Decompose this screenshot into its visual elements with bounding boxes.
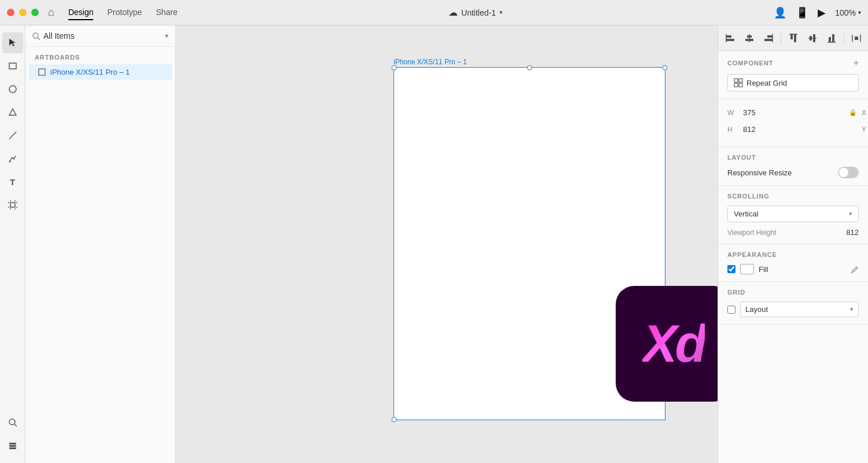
align-left-icon[interactable] <box>722 30 738 46</box>
svg-line-57 <box>851 272 852 273</box>
chevron-down-icon[interactable]: ▾ <box>499 9 503 16</box>
artboard-tool[interactable] <box>2 194 23 215</box>
scrolling-direction-value: Vertical <box>734 210 759 218</box>
left-toolbar: T <box>0 25 25 463</box>
x-label: X <box>862 109 868 117</box>
handle-bottom-left[interactable] <box>392 417 397 422</box>
layout-header: LAYOUT <box>727 154 859 161</box>
search-bar: ▾ <box>25 25 175 47</box>
scrolling-header: SCROLLING <box>727 193 859 200</box>
tab-design[interactable]: Design <box>68 5 94 20</box>
align-middle-v-icon[interactable] <box>804 30 821 46</box>
svg-rect-1 <box>9 63 16 69</box>
fill-checkbox[interactable] <box>727 265 735 273</box>
traffic-lights <box>7 9 39 16</box>
user-icon[interactable]: 👤 <box>774 6 786 19</box>
svg-marker-0 <box>9 39 16 46</box>
svg-rect-38 <box>829 37 831 42</box>
align-center-h-icon[interactable] <box>741 30 757 46</box>
viewport-height-row: Viewport Height 812 <box>727 228 859 237</box>
svg-rect-22 <box>39 69 45 75</box>
handle-top-center[interactable] <box>527 65 532 71</box>
responsive-resize-toggle[interactable] <box>838 167 859 178</box>
responsive-resize-row: Responsive Resize <box>727 167 859 178</box>
scrolling-section: SCROLLING Vertical ▾ Viewport Height 812 <box>718 186 868 244</box>
tab-prototype[interactable]: Prototype <box>107 5 142 20</box>
handle-top-left[interactable] <box>392 65 397 71</box>
canvas-area[interactable]: iPhone X/XS/11 Pro – 1 Xd <box>176 25 718 463</box>
maximize-button[interactable] <box>31 9 39 16</box>
document-title: Untitled-1 <box>461 8 496 17</box>
dimensions-section: W 🔒 X H 🔒 Y <box>718 99 868 147</box>
align-right-icon[interactable] <box>760 30 777 46</box>
close-button[interactable] <box>7 9 14 16</box>
repeat-grid-button[interactable]: Repeat Grid <box>727 74 859 91</box>
eyedropper-icon[interactable] <box>851 264 859 274</box>
scrolling-direction-select[interactable]: Vertical ▾ <box>727 205 859 222</box>
y-label: Y <box>862 126 868 134</box>
main-layout: T ▾ ARTBOARDS iPhone X/XS/11 Pro – 1 iPh… <box>0 25 868 463</box>
height-input[interactable] <box>739 123 844 136</box>
component-add-button[interactable]: + <box>854 58 859 68</box>
text-tool[interactable]: T <box>2 171 23 192</box>
component-header: COMPONENT + <box>727 58 859 68</box>
svg-rect-23 <box>726 35 731 38</box>
tab-share[interactable]: Share <box>156 5 177 20</box>
document-title-area: ☁ Untitled-1 ▾ <box>178 7 774 18</box>
svg-rect-6 <box>10 203 15 207</box>
pen-tool[interactable] <box>2 148 23 169</box>
svg-point-2 <box>9 86 16 93</box>
grid-layout-select[interactable]: Layout ▾ <box>740 302 859 317</box>
ellipse-tool[interactable] <box>2 79 23 100</box>
repeat-grid-icon <box>734 78 743 87</box>
appearance-section: APPEARANCE Fill <box>718 244 868 282</box>
svg-marker-3 <box>9 109 16 115</box>
play-icon[interactable]: ▶ <box>818 6 826 19</box>
grid-header: GRID <box>727 289 859 296</box>
grid-checkbox[interactable] <box>727 306 735 314</box>
svg-line-16 <box>14 424 17 427</box>
handle-top-right[interactable] <box>663 65 668 71</box>
layers-toggle[interactable] <box>2 435 23 456</box>
distribute-h-icon[interactable] <box>848 30 865 46</box>
width-input[interactable] <box>739 106 844 119</box>
svg-point-15 <box>9 419 15 425</box>
zoom-level: 100% <box>835 8 856 17</box>
lock-spacer: 🔒 <box>849 126 857 133</box>
align-bottom-icon[interactable] <box>823 30 840 46</box>
rectangle-tool[interactable] <box>2 56 23 76</box>
triangle-tool[interactable] <box>2 102 23 123</box>
svg-rect-45 <box>739 79 742 82</box>
home-icon[interactable]: ⌂ <box>48 6 54 19</box>
svg-rect-47 <box>739 83 742 87</box>
svg-point-5 <box>9 161 10 163</box>
xd-logo-text: Xd <box>642 314 704 374</box>
lock-icon: 🔒 <box>849 109 857 116</box>
device-preview-icon[interactable]: 📱 <box>796 6 808 19</box>
component-title: COMPONENT <box>727 60 773 67</box>
artboard-item-icon <box>38 68 46 76</box>
zoom-tool[interactable] <box>2 412 23 433</box>
minimize-button[interactable] <box>19 9 27 16</box>
fill-color-swatch[interactable] <box>740 264 754 274</box>
select-tool[interactable] <box>2 32 23 53</box>
svg-line-4 <box>9 132 16 139</box>
left-panel: ▾ ARTBOARDS iPhone X/XS/11 Pro – 1 <box>25 25 176 463</box>
svg-rect-33 <box>794 34 796 42</box>
grid-layout-label: Layout <box>745 305 768 314</box>
titlebar: ⌂ Design Prototype Share ☁ Untitled-1 ▾ … <box>0 0 868 25</box>
artboard-canvas-label: iPhone X/XS/11 Pro – 1 <box>393 58 467 66</box>
search-input[interactable] <box>43 31 161 41</box>
svg-rect-17 <box>9 443 16 444</box>
scrolling-direction-chevron: ▾ <box>849 210 852 218</box>
line-tool[interactable] <box>2 125 23 146</box>
align-top-icon[interactable] <box>785 30 801 46</box>
artboard-item[interactable]: iPhone X/XS/11 Pro – 1 <box>29 64 172 80</box>
grid-title: GRID <box>727 289 745 296</box>
repeat-grid-label: Repeat Grid <box>746 79 787 87</box>
fill-row: Fill <box>727 264 859 274</box>
layout-title: LAYOUT <box>727 154 756 161</box>
zoom-control[interactable]: 100% ▾ <box>835 8 861 17</box>
search-chevron-icon[interactable]: ▾ <box>165 32 168 40</box>
artboard-item-label: iPhone X/XS/11 Pro – 1 <box>50 68 130 76</box>
